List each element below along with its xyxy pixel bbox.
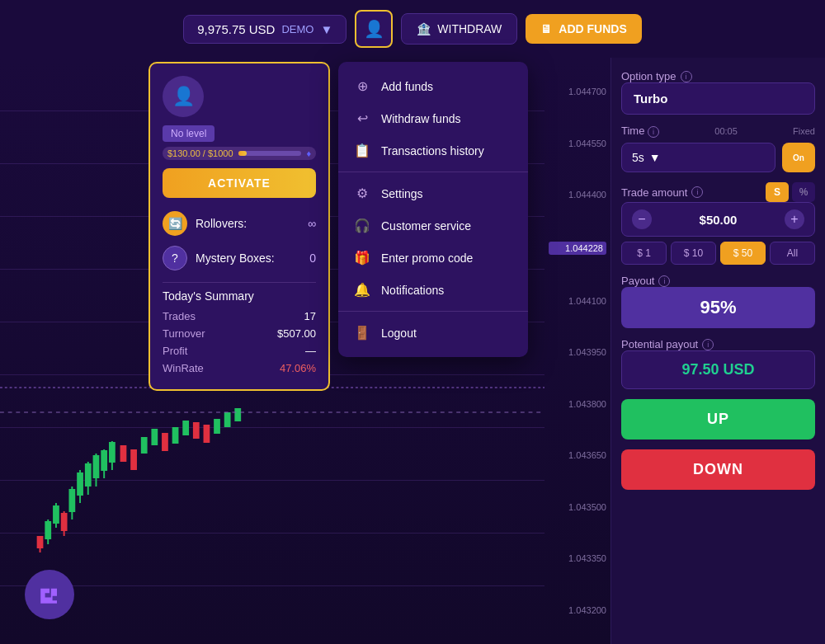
mystery-boxes-label: Mystery Boxes: <box>196 251 301 265</box>
transactions-menu-icon: 📋 <box>353 143 371 158</box>
currency-s-tab[interactable]: S <box>766 182 789 202</box>
price-5: 1.044100 <box>549 296 606 306</box>
withdraw-button[interactable]: 🏦 WITHDRAW <box>401 13 517 45</box>
toggle-on[interactable]: On <box>782 143 815 172</box>
svg-rect-27 <box>193 422 200 439</box>
menu-notifications[interactable]: 🔔 Notifications <box>338 274 528 306</box>
option-type-label: Option type i <box>621 70 815 82</box>
amount-decrease-button[interactable]: − <box>632 209 652 229</box>
down-button[interactable]: DOWN <box>621 449 815 490</box>
notifications-menu-label: Notifications <box>381 284 444 297</box>
profile-avatar-row: 👤 <box>163 76 316 117</box>
svg-rect-12 <box>53 505 59 524</box>
menu-transactions[interactable]: 📋 Transactions history <box>338 134 528 167</box>
winrate-value: 47.06% <box>280 362 316 374</box>
preset-amounts: $ 1 $ 10 $ 50 All <box>621 242 815 265</box>
price-labels: 1.044700 1.044550 1.044400 1.044228 1.04… <box>544 58 610 644</box>
price-8: 1.043650 <box>549 450 606 460</box>
logo <box>25 570 74 619</box>
balance-selector[interactable]: 9,975.75 USD DEMO ▼ <box>183 15 346 44</box>
customer-service-menu-label: Customer service <box>381 219 471 233</box>
add-funds-menu-icon: ⊕ <box>353 78 371 94</box>
menu-logout[interactable]: 🚪 Logout <box>338 317 528 349</box>
time-selector[interactable]: 5s ▼ <box>621 143 776 172</box>
up-button[interactable]: UP <box>621 399 815 440</box>
amount-value: $50.00 <box>700 213 738 227</box>
menu-settings[interactable]: ⚙ Settings <box>338 177 528 209</box>
promo-code-menu-icon: 🎁 <box>353 250 371 266</box>
svg-rect-17 <box>93 455 100 478</box>
progress-bar-fill <box>238 151 247 156</box>
price-7: 1.043800 <box>549 399 606 409</box>
menu-customer-service[interactable]: 🎧 Customer service <box>338 209 528 242</box>
logout-menu-label: Logout <box>381 327 417 340</box>
user-avatar-icon: 👤 <box>172 86 195 107</box>
mystery-boxes-item: ? Mystery Boxes: 0 <box>163 241 316 275</box>
potential-payout-value: 97.50 USD <box>621 350 815 389</box>
withdraw-menu-icon: ↩ <box>353 110 371 126</box>
svg-rect-18 <box>101 450 107 471</box>
activate-button[interactable]: ACTIVATE <box>163 168 316 198</box>
progress-bar-track <box>238 151 302 156</box>
profile-button[interactable]: 👤 <box>355 10 393 48</box>
svg-rect-30 <box>224 412 231 427</box>
summary-row-trades: Trades 17 <box>163 308 316 325</box>
menu-withdraw-funds[interactable]: ↩ Withdraw funds <box>338 102 528 134</box>
svg-rect-13 <box>61 513 68 531</box>
add-funds-button[interactable]: 🖥 ADD FUNDS <box>526 14 641 44</box>
profit-label: Profit <box>163 345 187 357</box>
preset-all-button[interactable]: All <box>770 242 815 265</box>
add-funds-menu-label: Add funds <box>381 80 433 93</box>
dropdown-menu: ⊕ Add funds ↩ Withdraw funds 📋 Transacti… <box>338 62 528 357</box>
level-badge: No level <box>163 125 214 142</box>
promo-code-menu-label: Enter promo code <box>381 251 473 265</box>
preset-1-button[interactable]: $ 1 <box>621 242 667 265</box>
diamond-icon: ♦ <box>306 148 311 158</box>
logout-menu-icon: 🚪 <box>353 325 371 341</box>
option-type-value[interactable]: Turbo <box>621 82 815 115</box>
svg-rect-11 <box>45 521 51 539</box>
svg-rect-24 <box>162 433 168 451</box>
svg-rect-15 <box>77 472 83 496</box>
rollovers-label: Rollovers: <box>196 217 299 230</box>
price-6: 1.043950 <box>549 347 606 357</box>
price-2: 1.044550 <box>549 139 606 148</box>
svg-rect-21 <box>130 449 137 470</box>
chevron-down-icon: ▼ <box>649 151 661 164</box>
fixed-label: Fixed <box>793 126 815 136</box>
avatar: 👤 <box>163 76 204 117</box>
payout-info-icon[interactable]: i <box>658 275 670 287</box>
menu-add-funds[interactable]: ⊕ Add funds <box>338 70 528 102</box>
dropdown-separator-2 <box>338 311 528 312</box>
amount-control: − $50.00 + <box>621 202 815 237</box>
option-type-info-icon[interactable]: i <box>681 71 692 82</box>
svg-rect-28 <box>204 425 210 443</box>
currency-tabs: S % <box>766 182 815 202</box>
winrate-label: WinRate <box>163 362 204 374</box>
mystery-box-icon: ? <box>163 246 187 270</box>
svg-rect-25 <box>172 427 179 444</box>
rollovers-item: 🔄 Rollovers: ∞ <box>163 206 316 241</box>
amount-increase-button[interactable]: + <box>785 209 804 229</box>
rollovers-value: ∞ <box>308 217 316 230</box>
currency-pct-tab[interactable]: % <box>792 182 815 202</box>
mystery-boxes-value: 0 <box>309 251 316 265</box>
progress-bar-container: $130.00 / $1000 ♦ <box>163 147 316 160</box>
trade-amount-info-icon[interactable]: i <box>691 186 703 198</box>
payout-label: Payout i <box>621 275 815 287</box>
user-icon: 👤 <box>364 19 384 39</box>
profit-value: — <box>305 345 316 357</box>
time-label: Time i <box>621 125 659 138</box>
trade-amount-label: Trade amount i <box>621 186 703 199</box>
menu-promo-code[interactable]: 🎁 Enter promo code <box>338 242 528 274</box>
top-bar: 9,975.75 USD DEMO ▼ 👤 🏦 WITHDRAW 🖥 ADD F… <box>0 0 825 58</box>
preset-10-button[interactable]: $ 10 <box>671 242 716 265</box>
chevron-down-icon: ▼ <box>320 22 332 36</box>
time-info-icon[interactable]: i <box>648 126 659 138</box>
transactions-menu-label: Transactions history <box>381 144 484 157</box>
right-panel: Option type i Turbo Time i 00:05 Fixed 5… <box>610 58 825 644</box>
withdraw-menu-label: Withdraw funds <box>381 112 460 125</box>
preset-50-button[interactable]: $ 50 <box>720 242 766 265</box>
balance-value: 9,975.75 USD <box>197 22 275 36</box>
potential-payout-info-icon[interactable]: i <box>702 339 714 350</box>
